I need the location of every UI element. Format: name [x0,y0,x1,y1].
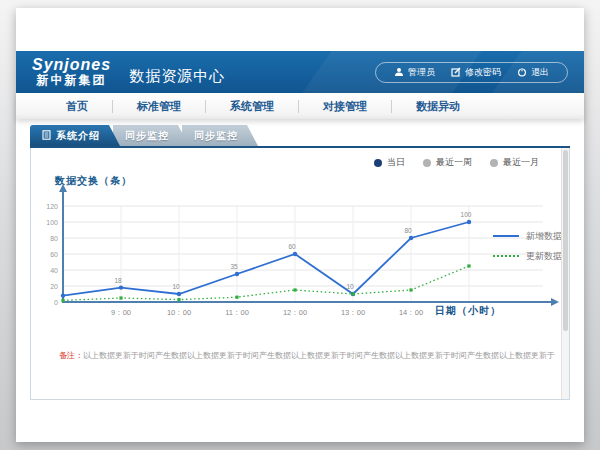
document-icon [42,130,51,142]
filter-last-week[interactable]: 最近一周 [423,156,472,169]
svg-text:11：00: 11：00 [225,308,249,317]
nav-item-home[interactable]: 首页 [42,99,112,114]
radio-icon [423,159,431,167]
legend-item-updated-data: 更新数据 [493,246,562,266]
nav-item-interface-mgmt[interactable]: 对接管理 [299,99,391,114]
radio-icon [490,159,498,167]
solid-line-icon [493,235,519,237]
chart-panel: 当日 最近一周 最近一月 数据交换（条） 0204060801001209：00… [30,148,570,400]
nav-item-system-mgmt[interactable]: 系统管理 [206,99,298,114]
nav-item-data-change[interactable]: 数据异动 [392,99,484,114]
time-range-filters: 当日 最近一周 最近一月 [374,156,539,169]
footnote: 备注：以上数据更新于时间产生数据以上数据更新于时间产生数据以上数据更新于时间产生… [59,350,559,361]
tab-label: 同步监控 [194,129,238,143]
tab-label: 同步监控 [125,129,169,143]
edit-icon [451,67,461,77]
desktop-background: Synjones 新中新集团 数据资源中心 管理员 修改密码 [0,0,600,450]
x-axis-title: 日期（小时） [435,304,501,318]
svg-text:18: 18 [114,277,122,284]
svg-text:60: 60 [288,243,296,250]
app-title: 数据资源中心 [129,67,225,86]
svg-text:14：00: 14：00 [399,308,423,317]
filter-today[interactable]: 当日 [374,156,405,169]
app-header: Synjones 新中新集团 数据资源中心 管理员 修改密码 [16,51,584,93]
tab-sync-monitor-1[interactable]: 同步监控 [113,125,189,146]
svg-text:35: 35 [230,263,238,270]
user-label: 管理员 [408,66,435,79]
scrollbar-thumb[interactable] [563,150,568,331]
user-toolbar: 管理员 修改密码 退出 [375,62,568,83]
filter-label: 当日 [387,156,405,169]
brand-logo-text-en: Synjones [32,57,111,73]
logout-label: 退出 [531,66,549,79]
svg-text:0: 0 [54,299,58,306]
svg-text:100: 100 [46,219,58,226]
filter-label: 最近一月 [503,156,539,169]
svg-text:12：00: 12：00 [283,308,307,317]
legend-label: 新增数据 [526,230,562,243]
nav-item-standard-mgmt[interactable]: 标准管理 [113,99,205,114]
brand-logo: Synjones 新中新集团 [32,57,111,87]
chart-legend: 新增数据 更新数据 [493,226,562,266]
svg-text:10: 10 [346,283,354,290]
svg-text:80: 80 [50,235,58,242]
svg-text:10：00: 10：00 [167,308,191,317]
tab-label: 系统介绍 [56,129,100,143]
brand-logo-text-cn: 新中新集团 [37,73,107,87]
svg-text:80: 80 [404,227,412,234]
tab-bar: 系统介绍 同步监控 同步监控 [30,125,570,146]
power-icon [517,67,527,77]
filter-last-month[interactable]: 最近一月 [490,156,539,169]
svg-text:60: 60 [50,251,58,258]
filter-label: 最近一周 [436,156,472,169]
svg-text:20: 20 [50,283,58,290]
current-user-button[interactable]: 管理员 [386,66,443,79]
change-password-button[interactable]: 修改密码 [443,66,509,79]
legend-label: 更新数据 [526,250,562,263]
logout-button[interactable]: 退出 [509,66,557,79]
svg-text:13：00: 13：00 [341,308,365,317]
user-icon [394,67,404,77]
footnote-prefix: 备注： [59,351,83,360]
radio-icon [374,159,382,167]
panel-scrollbar[interactable] [561,148,569,399]
tab-sync-monitor-2[interactable]: 同步监控 [182,125,258,146]
dotted-line-icon [493,255,519,257]
main-content: 系统介绍 同步监控 同步监控 当日 最近一 [30,125,570,400]
svg-text:9：00: 9：00 [111,308,131,317]
change-password-label: 修改密码 [465,66,501,79]
svg-text:120: 120 [46,203,58,210]
footnote-text: 以上数据更新于时间产生数据以上数据更新于时间产生数据以上数据更新于时间产生数据以… [83,351,555,360]
svg-text:40: 40 [50,267,58,274]
app-window: Synjones 新中新集团 数据资源中心 管理员 修改密码 [16,8,584,442]
y-axis-title: 数据交换（条） [55,174,132,188]
legend-item-new-data: 新增数据 [493,226,562,246]
svg-text:10: 10 [172,283,180,290]
main-nav: 首页 标准管理 系统管理 对接管理 数据异动 [16,93,584,119]
tab-system-intro[interactable]: 系统介绍 [30,125,120,146]
svg-text:100: 100 [461,211,472,218]
tab-underline [30,146,570,148]
